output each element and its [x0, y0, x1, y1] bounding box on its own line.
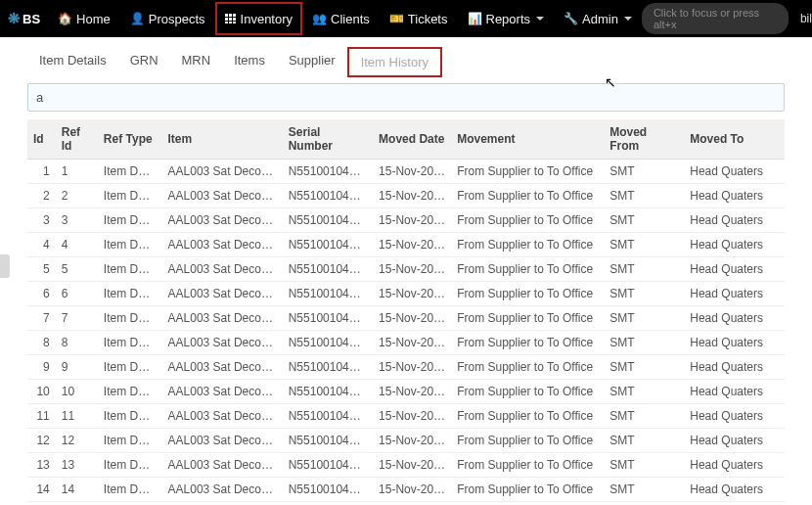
- table-row[interactable]: 11Item DetailAAL003 Sat DecoderN55100104…: [27, 160, 785, 184]
- cell-movement: From Supplier to To Office: [451, 502, 604, 506]
- col-moved-date[interactable]: Moved Date: [373, 119, 451, 160]
- col-item[interactable]: Item: [162, 119, 283, 160]
- tab-mrn[interactable]: MRN: [170, 47, 223, 77]
- tab-item-history[interactable]: Item History: [347, 47, 442, 77]
- cell-item: AAL003 Sat Decoder: [162, 404, 283, 429]
- cell-serial: N55100104235: [283, 331, 373, 355]
- cell-movement: From Supplier to To Office: [451, 208, 604, 233]
- cell-serial: N55100104292: [283, 478, 373, 502]
- table-row[interactable]: 1313Item DetailAAL003 Sat DecoderN551001…: [27, 453, 785, 478]
- cell-ref_id: 14: [56, 478, 98, 502]
- filter-input[interactable]: [27, 83, 785, 112]
- cell-moved_to: Head Quaters: [684, 453, 785, 478]
- table-row[interactable]: 99Item DetailAAL003 Sat DecoderN55100104…: [27, 355, 785, 380]
- nav-reports-label: Reports: [486, 12, 531, 26]
- table-row[interactable]: 1010Item DetailAAL003 Sat DecoderN551001…: [27, 380, 785, 404]
- nav-inventory[interactable]: Inventory: [215, 2, 302, 35]
- cell-ref_id: 5: [56, 257, 98, 282]
- cell-item: AAL003 Sat Decoder: [162, 184, 283, 208]
- cell-id: 14: [27, 478, 56, 502]
- cell-id: 7: [27, 306, 56, 331]
- cell-id: 3: [27, 208, 56, 233]
- nav-prospects[interactable]: 👤 Prospects: [120, 0, 215, 37]
- global-search[interactable]: Click to focus or press alt+x: [642, 3, 789, 34]
- tab-item-details[interactable]: Item Details: [27, 47, 118, 77]
- cell-moved_date: 15-Nov-2013: [373, 404, 451, 429]
- cell-ref_type: Item Detail: [98, 380, 162, 404]
- tab-supplier[interactable]: Supplier: [277, 47, 347, 77]
- cell-moved_to: Head Quaters: [684, 282, 785, 306]
- cell-item: AAL003 Sat Decoder: [162, 429, 283, 453]
- users-icon: 👥: [312, 12, 327, 25]
- cell-serial: N55100104169: [283, 160, 373, 184]
- gear-icon: ❋: [8, 10, 21, 27]
- col-serial[interactable]: Serial Number: [283, 119, 373, 160]
- side-drawer-handle[interactable]: [0, 254, 10, 278]
- cell-movement: From Supplier to To Office: [451, 380, 604, 404]
- table-row[interactable]: 77Item DetailAAL003 Sat DecoderN55100104…: [27, 306, 785, 331]
- nav-home[interactable]: 🏠 Home: [48, 0, 120, 37]
- table-row[interactable]: 1111Item DetailAAL003 Sat DecoderN551001…: [27, 404, 785, 429]
- cell-ref_id: 9: [56, 355, 98, 380]
- cell-item: AAL003 Sat Decoder: [162, 502, 283, 506]
- nav-tickets[interactable]: 🎫 Tickets: [380, 0, 458, 37]
- tab-items[interactable]: Items: [222, 47, 277, 77]
- cell-moved_to: Head Quaters: [684, 429, 785, 453]
- cell-moved_from: SMT: [604, 306, 684, 331]
- cell-ref_type: Item Detail: [98, 453, 162, 478]
- user-icon: 👤: [130, 12, 145, 25]
- nav-clients[interactable]: 👥 Clients: [302, 0, 380, 37]
- col-moved-to[interactable]: Moved To: [684, 119, 785, 160]
- cell-ref_type: Item Detail: [98, 331, 162, 355]
- cell-ref_id: 8: [56, 331, 98, 355]
- cell-item: AAL003 Sat Decoder: [162, 257, 283, 282]
- col-moved-from[interactable]: Moved From: [604, 119, 684, 160]
- cell-moved_from: SMT: [604, 282, 684, 306]
- col-movement[interactable]: Movement: [451, 119, 604, 160]
- user-menu[interactable]: billing: [800, 12, 812, 25]
- cell-id: 11: [27, 404, 56, 429]
- brand-logo[interactable]: ❋ BS: [8, 10, 40, 27]
- cell-moved_to: Head Quaters: [684, 160, 785, 184]
- cell-ref_type: Item Detail: [98, 355, 162, 380]
- cell-serial: N55100104243: [283, 355, 373, 380]
- cell-serial: N55100104177: [283, 184, 373, 208]
- col-ref-type[interactable]: Ref Type: [98, 119, 162, 160]
- table-row[interactable]: 33Item DetailAAL003 Sat DecoderN55100104…: [27, 208, 785, 233]
- table-row[interactable]: 22Item DetailAAL003 Sat DecoderN55100104…: [27, 184, 785, 208]
- cell-ref_id: 4: [56, 233, 98, 257]
- cell-moved_to: Head Quaters: [684, 502, 785, 506]
- table-row[interactable]: 55Item DetailAAL003 Sat DecoderN55100104…: [27, 257, 785, 282]
- wrench-icon: 🔧: [564, 12, 578, 25]
- nav-reports[interactable]: 📊 Reports: [458, 0, 555, 37]
- cell-ref_type: Item Detail: [98, 502, 162, 506]
- cell-id: 1: [27, 160, 56, 184]
- cell-serial: N55100104201: [283, 257, 373, 282]
- cell-serial: N55100104250: [283, 380, 373, 404]
- cell-item: AAL003 Sat Decoder: [162, 355, 283, 380]
- nav-admin-label: Admin: [582, 12, 618, 26]
- tab-grn[interactable]: GRN: [118, 47, 170, 77]
- table-row[interactable]: 1212Item DetailAAL003 Sat DecoderN551001…: [27, 429, 785, 453]
- cell-ref_id: 13: [56, 453, 98, 478]
- cell-moved_date: 15-Nov-2013: [373, 306, 451, 331]
- cell-moved_from: SMT: [604, 184, 684, 208]
- nav-admin[interactable]: 🔧 Admin: [554, 0, 642, 37]
- cell-moved_to: Head Quaters: [684, 233, 785, 257]
- table-row[interactable]: 1515Item DetailAAL003 Sat DecoderN551001…: [27, 502, 785, 506]
- cell-moved_date: 15-Nov-2013: [373, 355, 451, 380]
- table-row[interactable]: 44Item DetailAAL003 Sat DecoderN55100104…: [27, 233, 785, 257]
- cell-item: AAL003 Sat Decoder: [162, 306, 283, 331]
- caret-down-icon: [536, 17, 544, 21]
- col-ref-id[interactable]: Ref Id: [56, 119, 98, 160]
- table-row[interactable]: 1414Item DetailAAL003 Sat DecoderN551001…: [27, 478, 785, 502]
- home-icon: 🏠: [58, 12, 72, 25]
- cell-serial: N55100104185: [283, 208, 373, 233]
- table-row[interactable]: 66Item DetailAAL003 Sat DecoderN55100104…: [27, 282, 785, 306]
- cell-movement: From Supplier to To Office: [451, 478, 604, 502]
- col-id[interactable]: Id: [27, 119, 56, 160]
- cell-item: AAL003 Sat Decoder: [162, 478, 283, 502]
- table-row[interactable]: 88Item DetailAAL003 Sat DecoderN55100104…: [27, 331, 785, 355]
- cell-moved_from: SMT: [604, 355, 684, 380]
- cell-ref_type: Item Detail: [98, 429, 162, 453]
